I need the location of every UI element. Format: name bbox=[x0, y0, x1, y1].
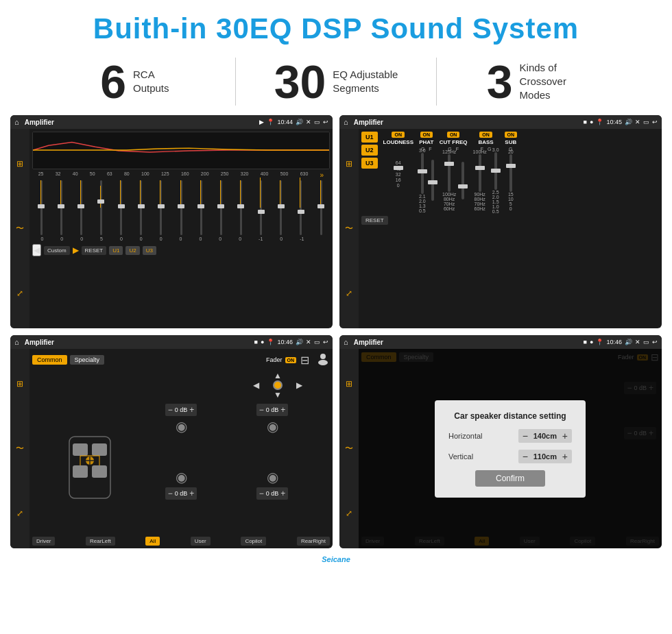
amp-phat-on[interactable]: ON bbox=[420, 132, 433, 138]
eq-u1-button[interactable]: U1 bbox=[109, 246, 123, 255]
eq-slider-7[interactable] bbox=[152, 180, 170, 235]
amp-home-icon[interactable]: ⌂ bbox=[344, 118, 348, 126]
eq-slider-8[interactable] bbox=[172, 180, 190, 235]
eq-slider-9[interactable] bbox=[192, 180, 210, 235]
common-dots-icon: ■ bbox=[254, 339, 258, 345]
amp-app-title: Amplifier bbox=[354, 119, 383, 126]
stat-eq-number: 30 bbox=[274, 58, 326, 105]
rearright-button[interactable]: RearRight bbox=[297, 537, 330, 546]
eq-reset-button[interactable]: RESET bbox=[82, 246, 107, 255]
eq-more-icon[interactable]: » bbox=[320, 171, 324, 179]
all-button[interactable]: All bbox=[145, 537, 160, 546]
eq-custom-button[interactable]: Custom bbox=[44, 246, 70, 255]
profile-icon[interactable] bbox=[316, 352, 330, 368]
db-value-tr: 0 dB bbox=[266, 406, 279, 413]
eq-sidebar-eq-icon[interactable]: ⊞ bbox=[16, 159, 23, 169]
amp-loudness-on[interactable]: ON bbox=[392, 132, 405, 138]
db-minus-tr[interactable]: − bbox=[259, 405, 264, 415]
amp-sub-on[interactable]: ON bbox=[505, 132, 518, 138]
common-content: ⊞ 〜 ⤢ Common Specialty Fader ON ⊟ bbox=[10, 349, 333, 548]
common-home-icon[interactable]: ⌂ bbox=[14, 338, 19, 346]
common-sidebar-eq-icon[interactable]: ⊞ bbox=[16, 379, 23, 389]
vertical-plus[interactable]: + bbox=[562, 451, 568, 462]
common-sidebar-expand-icon[interactable]: ⤢ bbox=[16, 509, 23, 518]
fader-down-icon[interactable]: ▼ bbox=[274, 390, 282, 400]
amp-reset-button[interactable]: RESET bbox=[361, 216, 388, 225]
eq-slider-1[interactable] bbox=[32, 180, 50, 235]
eq-slider-10[interactable] bbox=[212, 180, 230, 235]
eq-sliders bbox=[32, 180, 330, 235]
common-sidebar-wave-icon[interactable]: 〜 bbox=[16, 443, 24, 454]
eq-slider-2[interactable] bbox=[52, 180, 70, 235]
dialog-sidebar-expand-icon[interactable]: ⤢ bbox=[346, 509, 352, 518]
amp-sidebar-wave-icon[interactable]: 〜 bbox=[345, 223, 353, 234]
fader-left-icon[interactable]: ◀ bbox=[253, 380, 259, 390]
dialog-home-icon[interactable]: ⌂ bbox=[344, 338, 348, 346]
amp-close-icon: ✕ bbox=[635, 119, 640, 125]
amp-u3-button[interactable]: U3 bbox=[361, 158, 378, 169]
eq-u2-button[interactable]: U2 bbox=[125, 246, 139, 255]
dialog-location-icon: 📍 bbox=[596, 339, 603, 345]
eq-slider-4[interactable] bbox=[92, 180, 110, 235]
eq-slider-5[interactable] bbox=[112, 180, 130, 235]
amp-u1-button[interactable]: U1 bbox=[361, 132, 378, 143]
amp-bass-sliders: 100Hz 90Hz 80Hz 70Hz 60Hz 3.0 bbox=[473, 153, 499, 208]
eq-values: 0 0 0 5 0 0 0 0 0 0 0 -1 0 -1 bbox=[32, 236, 330, 241]
db-plus-tr[interactable]: + bbox=[280, 405, 285, 415]
db-plus-bl[interactable]: + bbox=[189, 489, 194, 498]
vertical-minus[interactable]: − bbox=[523, 451, 528, 462]
dialog-screen: ⌂ Amplifier ■ ● 📍 10:46 🔊 ✕ ▭ ↩ ⊞ 〜 ⤢ bbox=[339, 335, 662, 548]
eq-next-button[interactable]: ▶ bbox=[73, 245, 79, 255]
amp-bass-on[interactable]: ON bbox=[479, 132, 492, 138]
dialog-back-icon: ↩ bbox=[652, 339, 658, 345]
eq-slider-11[interactable] bbox=[232, 180, 250, 235]
rearleft-button[interactable]: RearLeft bbox=[86, 537, 115, 546]
fader-center[interactable] bbox=[273, 380, 283, 390]
amp-sidebar-eq-icon[interactable]: ⊞ bbox=[346, 159, 352, 169]
db-minus-br[interactable]: − bbox=[259, 489, 264, 498]
specialty-tab[interactable]: Specialty bbox=[70, 355, 105, 365]
amp-u2-button[interactable]: U2 bbox=[361, 145, 378, 156]
dialog-sidebar-wave-icon[interactable]: 〜 bbox=[345, 443, 353, 454]
user-button[interactable]: User bbox=[191, 537, 211, 546]
horizontal-minus[interactable]: − bbox=[523, 430, 528, 441]
eq-slider-13[interactable] bbox=[272, 180, 290, 235]
eq-slider-15[interactable] bbox=[312, 180, 330, 235]
amp-cutfreq-on[interactable]: ON bbox=[447, 132, 460, 138]
eq-prev-button[interactable]: ◀ bbox=[32, 244, 41, 256]
amp-status-icons: ■ ● 📍 10:45 🔊 ✕ ▭ ↩ bbox=[584, 119, 658, 125]
speaker-tr-icon: ◉ bbox=[267, 418, 278, 435]
fader-right-icon[interactable]: ▶ bbox=[296, 380, 302, 390]
common-tab[interactable]: Common bbox=[32, 355, 67, 365]
db-plus-br[interactable]: + bbox=[280, 489, 285, 498]
confirm-button[interactable]: Confirm bbox=[475, 470, 545, 487]
svg-rect-7 bbox=[73, 465, 88, 478]
common-close-icon: ✕ bbox=[306, 339, 311, 345]
horizontal-plus[interactable]: + bbox=[562, 430, 568, 441]
eq-sidebar-expand-icon[interactable]: ⤢ bbox=[16, 289, 23, 298]
modal-box: Car speaker distance setting Horizontal … bbox=[435, 400, 586, 498]
copilot-button[interactable]: Copilot bbox=[241, 537, 266, 546]
amp-sidebar-expand-icon[interactable]: ⤢ bbox=[346, 289, 352, 298]
vertical-label: Vertical bbox=[448, 452, 514, 461]
speaker-tl: − 0 dB + ◉ bbox=[150, 404, 212, 466]
eq-slider-12[interactable] bbox=[252, 180, 270, 235]
vertical-value: 110cm bbox=[531, 452, 560, 461]
eq-u3-button[interactable]: U3 bbox=[143, 246, 156, 255]
common-top-bar: Common Specialty Fader ON ⊟ bbox=[32, 352, 330, 368]
db-plus-tl[interactable]: + bbox=[189, 405, 194, 415]
db-minus-bl[interactable]: − bbox=[168, 489, 173, 498]
eq-slider-6[interactable] bbox=[132, 180, 150, 235]
eq-slider-3[interactable] bbox=[72, 180, 90, 235]
fader-up-icon[interactable]: ▲ bbox=[274, 371, 282, 380]
eq-slider-14[interactable] bbox=[292, 180, 310, 235]
db-minus-tl[interactable]: − bbox=[168, 405, 173, 415]
eq-home-icon[interactable]: ⌂ bbox=[14, 118, 19, 126]
page-header: Buith-in 30EQ DSP Sound System bbox=[0, 0, 672, 52]
driver-button[interactable]: Driver bbox=[32, 537, 55, 546]
location-buttons: Driver RearLeft All User Copilot RearRig… bbox=[32, 537, 330, 546]
dialog-sidebar-eq-icon[interactable]: ⊞ bbox=[346, 379, 352, 389]
dialog-status-bar: ⌂ Amplifier ■ ● 📍 10:46 🔊 ✕ ▭ ↩ bbox=[339, 335, 662, 349]
fader-slider-icon[interactable]: ⊟ bbox=[300, 354, 309, 367]
eq-sidebar-wave-icon[interactable]: 〜 bbox=[16, 223, 24, 234]
